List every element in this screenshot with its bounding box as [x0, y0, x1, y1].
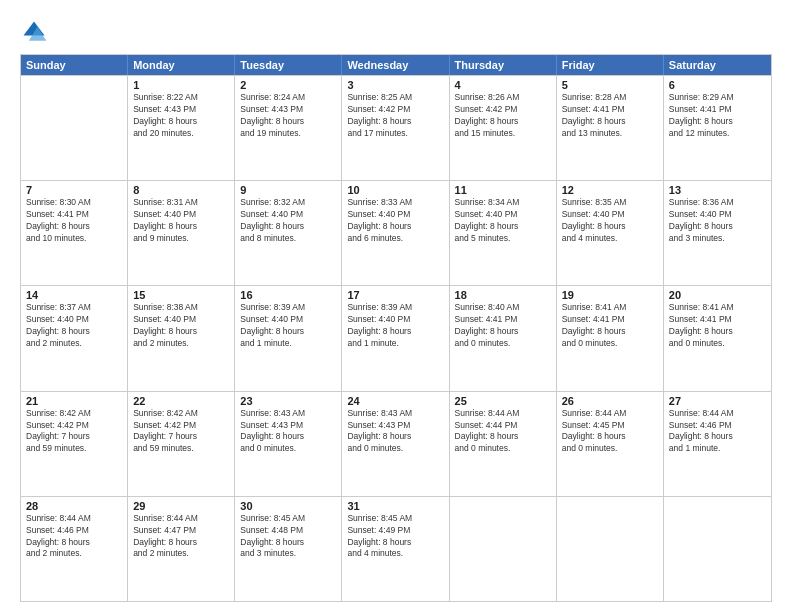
day-cell-15: 15Sunrise: 8:38 AMSunset: 4:40 PMDayligh…	[128, 286, 235, 390]
calendar-row-1: 7Sunrise: 8:30 AMSunset: 4:41 PMDaylight…	[21, 180, 771, 285]
day-cell-9: 9Sunrise: 8:32 AMSunset: 4:40 PMDaylight…	[235, 181, 342, 285]
cell-info-line: Sunrise: 8:22 AM	[133, 92, 229, 104]
day-cell-4: 4Sunrise: 8:26 AMSunset: 4:42 PMDaylight…	[450, 76, 557, 180]
cell-info-line: and 15 minutes.	[455, 128, 551, 140]
cell-info-line: Daylight: 8 hours	[562, 221, 658, 233]
cell-info-line: and 1 minute.	[240, 338, 336, 350]
day-number: 3	[347, 79, 443, 91]
day-cell-23: 23Sunrise: 8:43 AMSunset: 4:43 PMDayligh…	[235, 392, 342, 496]
day-cell-11: 11Sunrise: 8:34 AMSunset: 4:40 PMDayligh…	[450, 181, 557, 285]
day-number: 16	[240, 289, 336, 301]
day-number: 20	[669, 289, 766, 301]
cell-info-line: Daylight: 8 hours	[133, 116, 229, 128]
day-cell-24: 24Sunrise: 8:43 AMSunset: 4:43 PMDayligh…	[342, 392, 449, 496]
cell-info-line: Daylight: 8 hours	[669, 221, 766, 233]
cell-info-line: Sunset: 4:44 PM	[455, 420, 551, 432]
day-number: 25	[455, 395, 551, 407]
day-number: 23	[240, 395, 336, 407]
cell-info-line: Sunrise: 8:43 AM	[347, 408, 443, 420]
cell-info-line: Sunrise: 8:44 AM	[26, 513, 122, 525]
cell-info-line: Sunrise: 8:40 AM	[455, 302, 551, 314]
day-number: 14	[26, 289, 122, 301]
cell-info-line: and 59 minutes.	[133, 443, 229, 455]
cell-info-line: Sunrise: 8:44 AM	[669, 408, 766, 420]
page: SundayMondayTuesdayWednesdayThursdayFrid…	[0, 0, 792, 612]
cell-info-line: Sunrise: 8:45 AM	[347, 513, 443, 525]
header-day-wednesday: Wednesday	[342, 55, 449, 75]
calendar-body: 1Sunrise: 8:22 AMSunset: 4:43 PMDaylight…	[21, 75, 771, 601]
cell-info-line: Sunrise: 8:43 AM	[240, 408, 336, 420]
day-cell-27: 27Sunrise: 8:44 AMSunset: 4:46 PMDayligh…	[664, 392, 771, 496]
cell-info-line: and 4 minutes.	[347, 548, 443, 560]
day-number: 11	[455, 184, 551, 196]
cell-info-line: Daylight: 8 hours	[562, 326, 658, 338]
day-cell-10: 10Sunrise: 8:33 AMSunset: 4:40 PMDayligh…	[342, 181, 449, 285]
cell-info-line: Daylight: 8 hours	[240, 116, 336, 128]
header-day-saturday: Saturday	[664, 55, 771, 75]
cell-info-line: Daylight: 8 hours	[669, 116, 766, 128]
cell-info-line: and 1 minute.	[669, 443, 766, 455]
cell-info-line: Sunset: 4:42 PM	[26, 420, 122, 432]
cell-info-line: Sunset: 4:42 PM	[347, 104, 443, 116]
cell-info-line: Sunset: 4:40 PM	[133, 209, 229, 221]
cell-info-line: Sunset: 4:41 PM	[562, 314, 658, 326]
cell-info-line: Sunrise: 8:44 AM	[455, 408, 551, 420]
cell-info-line: Daylight: 8 hours	[133, 326, 229, 338]
cell-info-line: Sunset: 4:40 PM	[455, 209, 551, 221]
cell-info-line: Sunset: 4:46 PM	[26, 525, 122, 537]
cell-info-line: Daylight: 8 hours	[455, 326, 551, 338]
day-number: 6	[669, 79, 766, 91]
cell-info-line: Daylight: 8 hours	[133, 221, 229, 233]
day-number: 17	[347, 289, 443, 301]
cell-info-line: Daylight: 8 hours	[347, 326, 443, 338]
cell-info-line: Sunset: 4:40 PM	[240, 209, 336, 221]
logo	[20, 18, 52, 46]
header-day-monday: Monday	[128, 55, 235, 75]
day-number: 10	[347, 184, 443, 196]
day-cell-21: 21Sunrise: 8:42 AMSunset: 4:42 PMDayligh…	[21, 392, 128, 496]
cell-info-line: and 59 minutes.	[26, 443, 122, 455]
cell-info-line: Sunrise: 8:28 AM	[562, 92, 658, 104]
cell-info-line: Sunset: 4:43 PM	[240, 420, 336, 432]
day-number: 18	[455, 289, 551, 301]
cell-info-line: Sunset: 4:40 PM	[347, 209, 443, 221]
day-cell-13: 13Sunrise: 8:36 AMSunset: 4:40 PMDayligh…	[664, 181, 771, 285]
day-cell-19: 19Sunrise: 8:41 AMSunset: 4:41 PMDayligh…	[557, 286, 664, 390]
cell-info-line: Sunrise: 8:26 AM	[455, 92, 551, 104]
day-cell-25: 25Sunrise: 8:44 AMSunset: 4:44 PMDayligh…	[450, 392, 557, 496]
cell-info-line: Sunrise: 8:44 AM	[133, 513, 229, 525]
cell-info-line: Sunset: 4:40 PM	[133, 314, 229, 326]
header-day-thursday: Thursday	[450, 55, 557, 75]
day-cell-28: 28Sunrise: 8:44 AMSunset: 4:46 PMDayligh…	[21, 497, 128, 601]
day-cell-20: 20Sunrise: 8:41 AMSunset: 4:41 PMDayligh…	[664, 286, 771, 390]
calendar-row-3: 21Sunrise: 8:42 AMSunset: 4:42 PMDayligh…	[21, 391, 771, 496]
cell-info-line: Daylight: 8 hours	[347, 537, 443, 549]
cell-info-line: Sunrise: 8:45 AM	[240, 513, 336, 525]
day-number: 13	[669, 184, 766, 196]
day-cell-12: 12Sunrise: 8:35 AMSunset: 4:40 PMDayligh…	[557, 181, 664, 285]
cell-info-line: Daylight: 8 hours	[240, 221, 336, 233]
header	[20, 18, 772, 46]
cell-info-line: Sunset: 4:41 PM	[669, 104, 766, 116]
cell-info-line: and 0 minutes.	[347, 443, 443, 455]
cell-info-line: Sunset: 4:41 PM	[562, 104, 658, 116]
day-number: 31	[347, 500, 443, 512]
cell-info-line: and 2 minutes.	[26, 548, 122, 560]
cell-info-line: Daylight: 7 hours	[26, 431, 122, 443]
cell-info-line: Daylight: 8 hours	[347, 221, 443, 233]
cell-info-line: and 0 minutes.	[455, 443, 551, 455]
cell-info-line: and 10 minutes.	[26, 233, 122, 245]
cell-info-line: and 13 minutes.	[562, 128, 658, 140]
day-number: 28	[26, 500, 122, 512]
cell-info-line: Sunset: 4:46 PM	[669, 420, 766, 432]
cell-info-line: Sunrise: 8:44 AM	[562, 408, 658, 420]
cell-info-line: and 5 minutes.	[455, 233, 551, 245]
cell-info-line: and 9 minutes.	[133, 233, 229, 245]
cell-info-line: Sunrise: 8:25 AM	[347, 92, 443, 104]
cell-info-line: Sunrise: 8:35 AM	[562, 197, 658, 209]
header-day-sunday: Sunday	[21, 55, 128, 75]
day-number: 29	[133, 500, 229, 512]
day-number: 19	[562, 289, 658, 301]
cell-info-line: Sunrise: 8:39 AM	[347, 302, 443, 314]
day-cell-14: 14Sunrise: 8:37 AMSunset: 4:40 PMDayligh…	[21, 286, 128, 390]
